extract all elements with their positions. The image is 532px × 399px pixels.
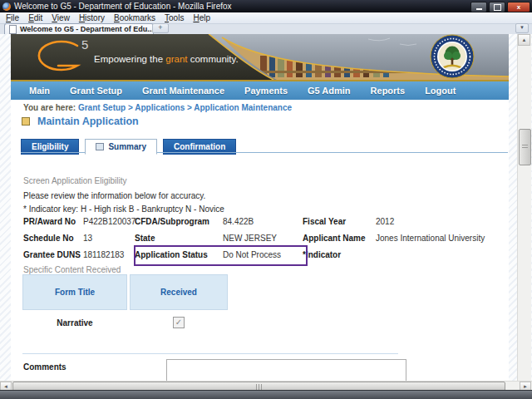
field-label: PR/Award No	[23, 217, 83, 226]
received-checkbox[interactable]: ✓	[173, 317, 185, 328]
nav-main[interactable]: Main	[29, 86, 50, 96]
g5-logo-five: 5	[81, 37, 88, 52]
page-panel: 5 Empowering the grant community. Main G…	[11, 34, 509, 391]
close-button[interactable]: x	[507, 2, 530, 12]
browser-tab-title: Welcome to G5 - Department of Edu...	[20, 25, 154, 33]
menu-tools[interactable]: Tools	[165, 13, 184, 22]
breadcrumb-path[interactable]: Grant Setup > Applications > Application…	[78, 103, 292, 112]
field-value: Do Not Process	[223, 250, 303, 259]
comments-label: Comments	[23, 362, 66, 372]
education-seal	[431, 35, 474, 78]
field-value: 13	[83, 234, 135, 243]
window-title: Welcome to G5 - Department of Education …	[14, 2, 232, 11]
g5-banner: 5 Empowering the grant community.	[11, 34, 509, 81]
page-title: Maintain Application	[37, 116, 139, 127]
nav-grant-setup[interactable]: Grant Setup	[70, 86, 122, 96]
page-viewport: 5 Empowering the grant community. Main G…	[0, 34, 532, 391]
field-label: Application Status	[135, 250, 223, 259]
nav-logout[interactable]: Logout	[425, 86, 456, 96]
field-value: 2012	[376, 217, 497, 226]
browser-tab[interactable]: Welcome to G5 - Department of Edu...	[4, 23, 154, 34]
page-title-row: Maintain Application	[22, 116, 139, 127]
field-label: State	[135, 234, 223, 243]
nav-reports[interactable]: Reports	[371, 86, 406, 96]
nav-g5-admin[interactable]: G5 Admin	[308, 86, 351, 96]
field-label: Schedule No	[23, 234, 83, 243]
content-received-table: Form Title Received Narrative ✓	[22, 274, 228, 335]
maximize-button[interactable]	[489, 2, 505, 12]
indicator-key-text: * Indicator key: H - High risk B - Bankr…	[23, 204, 224, 214]
table-row: Narrative ✓	[22, 310, 228, 335]
tab-list-arrow-icon[interactable]: ▼	[515, 23, 529, 33]
field-value: P422B120037	[83, 217, 135, 226]
minimize-button[interactable]	[470, 2, 487, 12]
field-label: *Indicator	[303, 250, 376, 259]
menu-file[interactable]: File	[6, 13, 19, 22]
menu-bookmarks[interactable]: Bookmarks	[114, 13, 155, 22]
breadcrumb-prefix: You are here:	[23, 103, 76, 112]
table-header-row: Form Title Received	[22, 274, 228, 310]
received-cell: ✓	[130, 317, 228, 328]
page-icon	[9, 25, 17, 34]
field-value: 84.422B	[223, 217, 303, 226]
firefox-icon	[2, 2, 11, 11]
application-fields: PR/Award No P422B120037 CFDA/Subprogram …	[23, 217, 497, 267]
field-value: 181182183	[83, 250, 135, 259]
instruction-text: Please review the information below for …	[23, 191, 205, 200]
bullet-icon	[22, 117, 30, 126]
scroll-up-arrow-icon[interactable]: ▲	[518, 34, 530, 46]
field-value: NEW JERSEY	[223, 234, 303, 243]
field-label: Applicant Name	[303, 234, 376, 243]
field-label: CFDA/Subprogram	[135, 217, 223, 226]
browser-tab-strip: Welcome to G5 - Department of Edu... + ▼	[0, 24, 532, 34]
banner-tagline: Empowering the grant community.	[94, 54, 239, 64]
window-bottom-edge	[0, 390, 532, 399]
menu-edit[interactable]: Edit	[28, 13, 42, 22]
maximize-icon	[494, 4, 501, 11]
nav-payments[interactable]: Payments	[244, 86, 288, 96]
window-controls: x	[470, 2, 530, 12]
column-header-form-title: Form Title	[22, 274, 127, 310]
section-divider	[22, 353, 398, 354]
field-label: Grantee DUNS	[23, 250, 83, 259]
vertical-scrollbar[interactable]: ▲	[517, 34, 531, 381]
field-value: Jones International University	[376, 234, 497, 243]
form-title-cell: Narrative	[22, 318, 127, 328]
title-bar: Welcome to G5 - Department of Education …	[0, 0, 532, 12]
scrollbar-grip	[256, 384, 263, 390]
menu-view[interactable]: View	[52, 13, 70, 22]
scrollbar-grip	[522, 145, 528, 150]
new-tab-button[interactable]: +	[152, 23, 169, 33]
column-header-received: Received	[130, 274, 228, 310]
tab-summary-label: Summary	[108, 142, 146, 151]
content-received-label: Specific Content Received	[23, 265, 121, 274]
menu-bar: File Edit View History Bookmarks Tools H…	[0, 12, 532, 24]
field-label: Fiscal Year	[303, 217, 376, 226]
main-nav: Main Grant Setup Grant Maintenance Payme…	[11, 81, 509, 100]
breadcrumb: You are here: Grant Setup > Applications…	[23, 103, 292, 112]
section-heading: Screen Application Eligibility	[23, 176, 127, 185]
menu-help[interactable]: Help	[193, 13, 210, 22]
banner-artwork: 5 Empowering the grant community.	[11, 34, 509, 80]
tab-summary[interactable]: Summary	[85, 139, 157, 155]
menu-history[interactable]: History	[79, 13, 105, 22]
minimize-icon	[476, 8, 482, 10]
vertical-scrollbar-thumb[interactable]	[519, 129, 531, 165]
nav-grant-maintenance[interactable]: Grant Maintenance	[142, 86, 224, 96]
summary-tab-icon	[96, 143, 104, 150]
